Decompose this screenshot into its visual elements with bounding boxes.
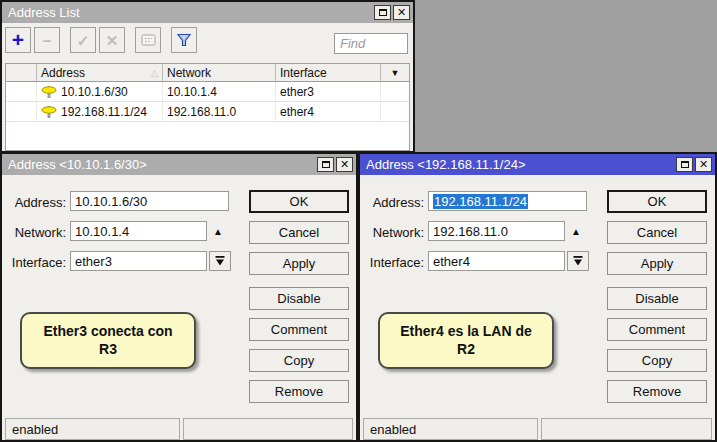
- disable-button[interactable]: Disable: [607, 287, 707, 310]
- network-field[interactable]: 192.168.11.0: [428, 221, 565, 241]
- statusbar: enabled: [360, 418, 715, 440]
- row-flags: [6, 82, 37, 101]
- comment-icon: [141, 34, 156, 46]
- cancel-button[interactable]: Cancel: [607, 221, 707, 244]
- row-flags: [6, 102, 37, 121]
- table-header: Address △ Network Interface ▼: [6, 64, 409, 82]
- address-label: Address:: [2, 195, 66, 210]
- annotation-note: Ether3 conecta con R3: [20, 312, 196, 369]
- comment-button[interactable]: Comment: [249, 318, 349, 341]
- triangle-up-icon: ▲: [571, 226, 581, 237]
- interface-label: Interface:: [2, 255, 66, 270]
- close-button[interactable]: ✕: [393, 5, 410, 20]
- interface-dropdown-button[interactable]: [209, 251, 231, 271]
- close-icon: ✕: [397, 7, 406, 18]
- network-label: Network:: [2, 225, 66, 240]
- filter-button[interactable]: [171, 27, 197, 53]
- desktop: { "colors": { "desktop_bg": "#A0A0A0", "…: [0, 0, 717, 442]
- collapse-button[interactable]: ▲: [209, 221, 227, 241]
- network-field[interactable]: 10.10.1.4: [70, 221, 207, 241]
- table-row[interactable]: 10.10.1.6/30 10.10.1.4 ether3: [6, 82, 409, 102]
- selected-text: 192.168.11.1/24: [433, 194, 528, 209]
- status-extra: [541, 418, 712, 440]
- address-label: Address:: [360, 195, 424, 210]
- ip-address-icon: [41, 105, 57, 119]
- header-interface[interactable]: Interface: [276, 64, 381, 81]
- dialog-titlebar[interactable]: Address <10.10.1.6/30> ✕: [2, 154, 356, 175]
- enable-button[interactable]: ✓: [70, 27, 96, 53]
- close-button[interactable]: ✕: [336, 157, 353, 172]
- remove-icon: −: [43, 33, 52, 48]
- annotation-note: Ether4 es la LAN de R2: [378, 312, 554, 369]
- maximize-button[interactable]: [374, 5, 391, 20]
- header-network[interactable]: Network: [163, 64, 276, 81]
- statusbar: enabled: [2, 418, 356, 440]
- header-flags[interactable]: [6, 64, 37, 81]
- comment-button[interactable]: [135, 27, 161, 53]
- maximize-icon: [681, 161, 689, 168]
- filter-icon: [176, 33, 192, 47]
- address-dialog-ether3: Address <10.10.1.6/30> ✕ Address: 10.10.…: [0, 152, 358, 442]
- network-label: Network:: [360, 225, 424, 240]
- remove-button[interactable]: −: [34, 27, 60, 53]
- address-field[interactable]: 192.168.11.1/24: [428, 191, 587, 211]
- cell-network: 10.10.1.4: [163, 82, 276, 101]
- chevron-down-icon: ▼: [391, 68, 400, 78]
- dropdown-icon: [572, 255, 584, 267]
- comment-button[interactable]: Comment: [607, 318, 707, 341]
- address-table: Address △ Network Interface ▼ 10.10.1.6/…: [5, 63, 410, 151]
- disable-button[interactable]: ✕: [99, 27, 125, 53]
- close-button[interactable]: ✕: [695, 157, 712, 172]
- interface-field[interactable]: ether4: [428, 251, 565, 271]
- remove-button[interactable]: Remove: [607, 380, 707, 403]
- cross-icon: ✕: [106, 33, 119, 48]
- cell-interface: ether3: [276, 82, 381, 101]
- ip-address-icon: [41, 85, 57, 99]
- find-input[interactable]: [334, 33, 408, 54]
- close-icon: ✕: [699, 159, 708, 170]
- status-text: enabled: [5, 418, 180, 440]
- add-button[interactable]: +: [5, 27, 31, 53]
- table-row[interactable]: 192.168.11.1/24 192.168.11.0 ether4: [6, 102, 409, 122]
- cell-interface: ether4: [276, 102, 381, 121]
- column-select-button[interactable]: ▼: [381, 64, 409, 81]
- apply-button[interactable]: Apply: [607, 252, 707, 275]
- cell-address: 10.10.1.6/30: [61, 85, 128, 99]
- cancel-button[interactable]: Cancel: [249, 221, 349, 244]
- maximize-button[interactable]: [676, 157, 693, 172]
- cell-network: 192.168.11.0: [163, 102, 276, 121]
- window-title: Address List: [8, 5, 372, 20]
- apply-button[interactable]: Apply: [249, 252, 349, 275]
- triangle-up-icon: ▲: [213, 226, 223, 237]
- maximize-icon: [379, 9, 387, 16]
- status-text: enabled: [363, 418, 538, 440]
- copy-button[interactable]: Copy: [249, 349, 349, 372]
- sort-ascending-icon: △: [151, 68, 158, 78]
- maximize-icon: [322, 161, 330, 168]
- address-list-window: Address List ✕ + − ✓ ✕ Address △: [0, 0, 415, 153]
- address-field[interactable]: 10.10.1.6/30: [70, 191, 229, 211]
- dialog-titlebar[interactable]: Address <192.168.11.1/24> ✕: [360, 154, 715, 175]
- copy-button[interactable]: Copy: [607, 349, 707, 372]
- maximize-button[interactable]: [317, 157, 334, 172]
- ok-button[interactable]: OK: [249, 190, 349, 213]
- collapse-button[interactable]: ▲: [567, 221, 585, 241]
- address-list-titlebar[interactable]: Address List ✕: [2, 2, 413, 23]
- close-icon: ✕: [340, 159, 349, 170]
- cell-address: 192.168.11.1/24: [61, 105, 147, 119]
- interface-label: Interface:: [360, 255, 424, 270]
- interface-field[interactable]: ether3: [70, 251, 207, 271]
- dialog-title: Address <10.10.1.6/30>: [8, 157, 315, 172]
- interface-dropdown-button[interactable]: [567, 251, 589, 271]
- disable-button[interactable]: Disable: [249, 287, 349, 310]
- remove-button[interactable]: Remove: [249, 380, 349, 403]
- ok-button[interactable]: OK: [607, 190, 707, 213]
- header-address[interactable]: Address △: [37, 64, 163, 81]
- dialog-title: Address <192.168.11.1/24>: [366, 157, 674, 172]
- address-dialog-ether4: Address <192.168.11.1/24> ✕ Address: 192…: [358, 152, 717, 442]
- check-icon: ✓: [77, 33, 90, 48]
- status-extra: [183, 418, 353, 440]
- dropdown-icon: [214, 255, 226, 267]
- add-icon: +: [12, 29, 24, 50]
